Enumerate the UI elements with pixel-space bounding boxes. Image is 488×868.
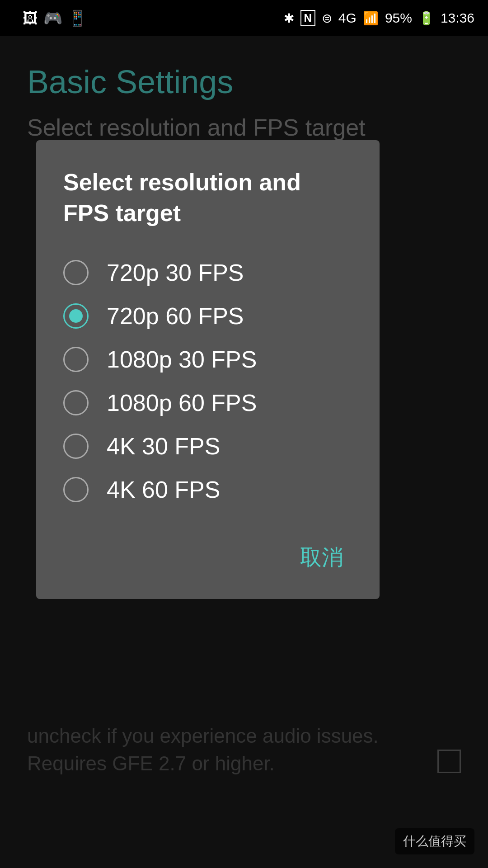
gallery-app-icon: 🖼 bbox=[23, 9, 38, 27]
option-4k-30fps[interactable]: 4K 30 FPS bbox=[63, 425, 352, 468]
option-1080p-60fps[interactable]: 1080p 60 FPS bbox=[63, 381, 352, 425]
option-label-4k-60fps: 4K 60 FPS bbox=[107, 476, 220, 503]
option-label-1080p-60fps: 1080p 60 FPS bbox=[107, 389, 257, 416]
samsung-app-icon: 📱 bbox=[68, 9, 87, 27]
nfc-icon: N bbox=[300, 10, 315, 26]
status-bar: 🖼 🎮 📱 ✱ N ⊜ 4G 📶 95% 🔋 13:36 bbox=[0, 0, 488, 36]
dialog-title: Select resolution and FPS target bbox=[63, 167, 352, 228]
option-label-4k-30fps: 4K 30 FPS bbox=[107, 433, 220, 460]
wifi-icon: ⊜ bbox=[322, 11, 332, 26]
cancel-button[interactable]: 取消 bbox=[291, 538, 352, 576]
watermark-text: 什么值得买 bbox=[403, 834, 466, 848]
option-label-1080p-30fps: 1080p 30 FPS bbox=[107, 346, 257, 373]
battery-level: 95% bbox=[385, 10, 412, 26]
radio-4k-60fps[interactable] bbox=[63, 477, 89, 502]
battery-icon: 🔋 bbox=[418, 11, 434, 26]
network-type: 4G bbox=[338, 10, 357, 26]
radio-selected-indicator bbox=[69, 309, 83, 323]
status-bar-left-icons: 🖼 🎮 📱 bbox=[23, 9, 87, 27]
dialog-actions: 取消 bbox=[63, 529, 352, 576]
watermark: 什么值得买 bbox=[395, 828, 474, 854]
signal-icon: 📶 bbox=[363, 11, 379, 26]
radio-720p-60fps[interactable] bbox=[63, 303, 89, 329]
status-bar-right: ✱ N ⊜ 4G 📶 95% 🔋 13:36 bbox=[284, 10, 475, 26]
resolution-fps-dialog: Select resolution and FPS target 720p 30… bbox=[36, 140, 380, 599]
radio-720p-30fps[interactable] bbox=[63, 260, 89, 285]
option-label-720p-30fps: 720p 30 FPS bbox=[107, 259, 244, 286]
bluetooth-icon: ✱ bbox=[284, 11, 294, 26]
game-app-icon: 🎮 bbox=[43, 9, 62, 27]
option-1080p-30fps[interactable]: 1080p 30 FPS bbox=[63, 338, 352, 381]
option-4k-60fps[interactable]: 4K 60 FPS bbox=[63, 468, 352, 511]
clock: 13:36 bbox=[441, 10, 474, 26]
option-720p-30fps[interactable]: 720p 30 FPS bbox=[63, 251, 352, 294]
option-720p-60fps[interactable]: 720p 60 FPS bbox=[63, 294, 352, 338]
radio-4k-30fps[interactable] bbox=[63, 434, 89, 459]
radio-1080p-60fps[interactable] bbox=[63, 390, 89, 415]
option-label-720p-60fps: 720p 60 FPS bbox=[107, 302, 244, 330]
radio-1080p-30fps[interactable] bbox=[63, 347, 89, 372]
